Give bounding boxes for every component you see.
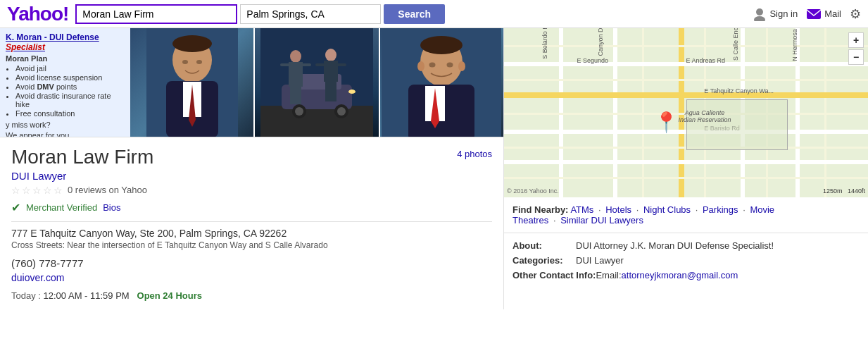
user-icon [753, 7, 767, 21]
about-row: About: DUI Attorney J.K. Moran DUI Defen… [512, 240, 860, 251]
cross-streets: Cross Streets: Near the intersection of … [11, 240, 492, 250]
photos-link[interactable]: 4 photos [457, 149, 492, 159]
yahoo-logo: Yahoo! [7, 3, 68, 25]
road-h-3 [504, 160, 868, 164]
map-zoom-in[interactable]: + [848, 32, 864, 48]
about-section: About: DUI Attorney J.K. Moran DUI Defen… [504, 233, 868, 292]
search-button[interactable]: Search [384, 4, 445, 24]
svg-rect-12 [260, 106, 373, 137]
about-value: DUI Attorney J.K. Moran DUI Defense Spec… [576, 240, 774, 251]
main-container: K. Moran - DUI Defense Specialist Moran … [0, 28, 868, 309]
svg-point-16 [295, 107, 303, 116]
categories-row: Categories: DUI Lawyer [512, 255, 860, 266]
ad-specialist: Specialist [6, 42, 45, 52]
find-nearby-label: Find Nearby: [512, 204, 568, 215]
road-h-tahquitz [504, 92, 868, 98]
ad-title[interactable]: K. Moran - DUI Defense Specialist [6, 32, 125, 52]
contact-row: Other Contact Info: Email: attorneyjkmor… [512, 270, 860, 280]
svg-point-40 [417, 61, 424, 71]
mail-label: Mail [824, 8, 841, 19]
ad-tagline: y miss work? [6, 121, 125, 129]
biz-info: 4 photos Moran Law Firm DUI Lawyer ☆ ☆ ☆… [0, 137, 503, 309]
find-nearby: Find Nearby: ATMs · Hotels · Night Clubs… [504, 197, 868, 233]
svg-point-41 [458, 61, 465, 71]
map-grid: S Belardo Rd Canyon Dr. S Calle Encilia … [504, 28, 868, 197]
svg-point-38 [429, 62, 436, 67]
search-query-input[interactable] [75, 4, 237, 24]
stars-row: ☆ ☆ ☆ ☆ ☆ 0 reviews on Yahoo [11, 185, 492, 195]
nearby-atms[interactable]: ATMs [570, 204, 593, 215]
mail-icon [806, 8, 822, 20]
photos-strip: K. Moran - DUI Defense Specialist Moran … [0, 28, 503, 137]
ad-bullet-4: Avoid drastic insurance rate hike [15, 92, 125, 109]
road-h-8 [504, 177, 868, 179]
ad-bullet-3: Avoid DMV points [15, 82, 125, 91]
about-key: About: [512, 240, 576, 251]
business-name: Moran Law Firm [11, 146, 492, 168]
map-controls: + − [848, 32, 864, 65]
left-panel: K. Moran - DUI Defense Specialist Moran … [0, 28, 503, 309]
contact-email[interactable]: attorneyjkmoran@gmail.com [622, 270, 738, 280]
ad-appear: We appear for you [6, 131, 125, 137]
map-pin: 📍 [654, 113, 679, 132]
map-scale-2: 1440ft [848, 187, 865, 195]
photo-1-image [146, 28, 238, 137]
reservation-block [686, 99, 788, 150]
bios-link[interactable]: Bios [103, 202, 120, 213]
photo-2[interactable] [255, 28, 378, 137]
categories-link[interactable]: DUI Lawyer [576, 255, 624, 266]
photo-3-image [382, 28, 501, 137]
road-label-6: E Andreas Rd [686, 57, 726, 64]
svg-point-10 [196, 60, 202, 64]
svg-rect-2 [807, 9, 821, 19]
road-label-4: N Hermosa Dr. [791, 28, 798, 61]
photo-3[interactable] [380, 28, 503, 137]
sign-in-link[interactable]: Sign in [753, 7, 798, 21]
svg-point-34 [420, 36, 463, 54]
svg-point-0 [756, 8, 763, 16]
svg-rect-24 [290, 87, 296, 104]
nearby-similar-lawyers[interactable]: Similar DUI Lawyers [560, 215, 643, 226]
ad-panel: K. Moran - DUI Defense Specialist Moran … [0, 28, 130, 137]
star-2: ☆ [22, 185, 32, 195]
hours-open: Open 24 Hours [137, 290, 202, 301]
svg-point-26 [325, 49, 336, 61]
phone: (760) 778-7777 [11, 257, 492, 269]
svg-point-39 [447, 62, 453, 67]
map-zoom-out[interactable]: − [848, 49, 864, 65]
nearby-parkings[interactable]: Parkings [703, 204, 738, 215]
svg-point-9 [182, 60, 188, 64]
nearby-hotels[interactable]: Hotels [605, 204, 631, 215]
website-link[interactable]: duiover.com [11, 272, 492, 283]
gear-icon[interactable]: ⚙ [850, 6, 861, 22]
hours-time: 12:00 AM - 11:59 PM [44, 290, 130, 301]
svg-rect-22 [280, 63, 291, 66]
ad-bullet-2: Avoid license suspension [15, 73, 125, 82]
road-label-tahquitz: E Tahquitz Canyon Wa... [704, 87, 774, 94]
reviews-text: 0 reviews on Yahoo [68, 185, 147, 195]
map-scale-1: 1250m [823, 187, 843, 195]
ad-bullet-1: Avoid jail [15, 64, 125, 73]
sign-in-label: Sign in [769, 8, 798, 19]
svg-rect-28 [315, 63, 325, 66]
svg-rect-23 [301, 63, 311, 66]
road-h-5 [504, 79, 868, 81]
nearby-night-clubs[interactable]: Night Clubs [643, 204, 691, 215]
nearby-theatres[interactable]: Theatres [512, 215, 548, 226]
svg-rect-21 [289, 62, 303, 87]
nearby-movie[interactable]: Movie [750, 204, 774, 215]
search-location-input[interactable] [240, 4, 381, 24]
svg-point-18 [337, 107, 346, 116]
road-label-3: S Calle Encilia [732, 28, 739, 61]
verified-checkmark-icon: ✔ [11, 201, 20, 214]
business-category[interactable]: DUI Lawyer [11, 170, 492, 182]
mail-link[interactable]: Mail [806, 8, 841, 20]
right-panel: S Belardo Rd Canyon Dr. S Calle Encilia … [503, 28, 868, 309]
star-4: ☆ [43, 185, 53, 195]
svg-point-20 [290, 50, 301, 63]
photo-1[interactable] [130, 28, 253, 137]
ad-plan: Moran Plan [6, 54, 125, 63]
stars: ☆ ☆ ☆ ☆ ☆ [11, 185, 63, 195]
road-h-4 [504, 45, 868, 47]
map-container[interactable]: S Belardo Rd Canyon Dr. S Calle Encilia … [504, 28, 868, 197]
